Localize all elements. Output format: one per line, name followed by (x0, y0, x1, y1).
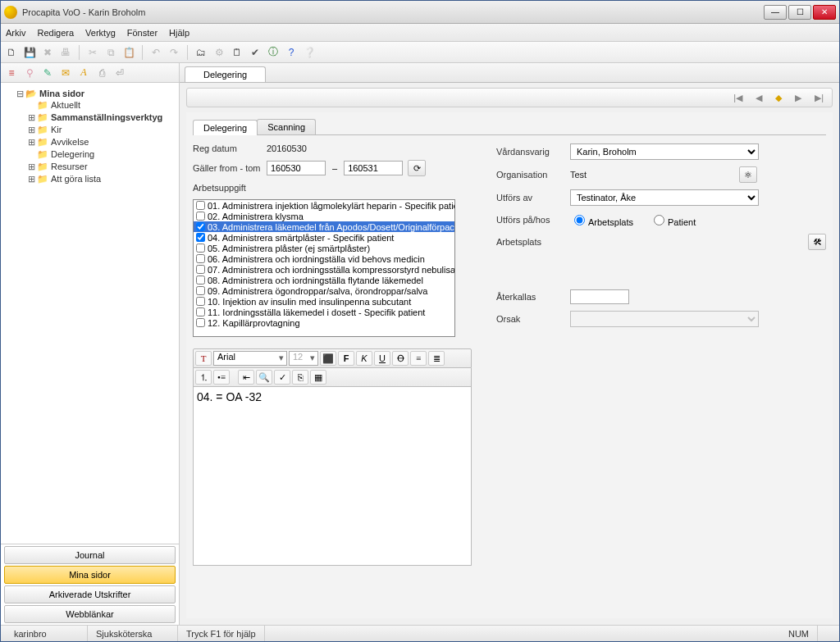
nav-tree[interactable]: ⊟Mina sidor Aktuellt⊞Sammanställningsver… (1, 83, 179, 544)
sb-icon-7[interactable]: ⏎ (112, 66, 127, 80)
redo-icon[interactable]: ↷ (167, 45, 181, 60)
task-item[interactable]: 05. Administrera plåster (ej smärtplåste… (194, 243, 454, 253)
tool-icon-4[interactable]: ✔ (248, 45, 262, 60)
tab-scanning[interactable]: Scanning (257, 119, 316, 134)
arbetsplats-radio[interactable] (574, 215, 585, 225)
underline-icon[interactable]: U (374, 351, 390, 366)
sb-icon-3[interactable]: ✎ (40, 66, 55, 80)
task-item[interactable]: 01. Administrera injektion lågmolekylärt… (194, 200, 454, 211)
find-icon[interactable]: 🔍 (256, 370, 272, 385)
galler-to-input[interactable] (344, 161, 403, 175)
tree-item[interactable]: Att göra lista (51, 174, 101, 184)
tree-item[interactable]: Delegering (51, 149, 94, 159)
strike-icon[interactable]: Ꝋ (392, 351, 409, 366)
tool-icon-2[interactable]: ⚙ (212, 45, 226, 60)
nav-webblankar[interactable]: Webblänkar (4, 605, 176, 623)
print-icon[interactable]: 🖶 (58, 45, 73, 60)
menu-hjalp[interactable]: Hjälp (169, 28, 189, 38)
list-num-icon[interactable]: ⒈ (195, 370, 212, 385)
prev-icon[interactable]: ◀ (756, 93, 762, 103)
tree-root[interactable]: Mina sidor (39, 89, 84, 98)
date-picker-icon[interactable]: ⟳ (408, 160, 426, 176)
tree-item[interactable]: Sammanställningsverktyg (51, 112, 162, 122)
org-picker-icon[interactable]: ⚛ (739, 166, 757, 183)
list-bullet-icon[interactable]: •≡ (213, 370, 230, 385)
align-center-icon[interactable]: ≣ (428, 351, 445, 366)
tree-item[interactable]: Kir (51, 125, 62, 134)
save-icon[interactable]: 💾 (22, 45, 37, 60)
tree-item[interactable]: Avvikelse (51, 137, 89, 147)
task-item[interactable]: 02. Administrera klysma (194, 211, 454, 221)
task-item[interactable]: 09. Administrera ögondroppar/salva, öron… (194, 285, 454, 296)
font-select[interactable]: Arial (213, 351, 287, 366)
task-checkbox[interactable] (196, 318, 205, 327)
help-icon[interactable]: ? (284, 45, 299, 60)
task-item[interactable]: 04. Administrera smärtplåster - Specifik… (194, 232, 454, 243)
task-item[interactable]: 12. Kapillärprovtagning (194, 317, 454, 328)
first-icon[interactable]: |◀ (733, 93, 742, 103)
sb-icon-5[interactable]: A (76, 66, 91, 80)
bold-icon[interactable]: F (338, 351, 354, 366)
minimize-button[interactable]: — (764, 5, 787, 20)
doc-tab-delegering[interactable]: Delegering (185, 66, 266, 82)
arbetsplats-radio-label[interactable]: Arbetsplats (570, 212, 633, 227)
task-checkbox[interactable] (196, 286, 205, 295)
utfors-av-select[interactable]: Testinator, Åke (570, 189, 759, 206)
insert-icon[interactable]: ⎘ (292, 370, 308, 385)
fontsize-select[interactable]: 12 (289, 351, 318, 366)
maximize-button[interactable]: ☐ (788, 5, 811, 20)
fontcolor-icon[interactable]: ⬛ (320, 351, 336, 366)
tab-delegering[interactable]: Delegering (193, 120, 258, 135)
copy-icon[interactable]: ⧉ (103, 45, 118, 60)
tree-item[interactable]: Aktuellt (51, 100, 80, 110)
menu-verktyg[interactable]: Verktyg (85, 28, 116, 38)
tree-item[interactable]: Resurser (51, 162, 88, 171)
sb-icon-4[interactable]: ✉ (58, 66, 73, 80)
rte-editor[interactable]: 04. = OA -32 (193, 387, 472, 566)
align-left-icon[interactable]: ≡ (410, 351, 427, 366)
sb-icon-6[interactable]: ⎙ (94, 66, 109, 80)
patient-radio-label[interactable]: Patient (650, 212, 696, 227)
task-checkbox[interactable] (196, 233, 205, 242)
paste-icon[interactable]: 📋 (121, 45, 136, 60)
vardansvarig-select[interactable]: Karin, Broholm (570, 143, 759, 160)
galler-from-input[interactable] (267, 161, 326, 175)
task-checkbox[interactable] (196, 297, 205, 306)
font-icon[interactable]: T (195, 351, 212, 366)
menu-arkiv[interactable]: Arkiv (6, 28, 25, 38)
task-checkbox[interactable] (196, 275, 205, 285)
aterkallas-input[interactable] (570, 289, 629, 304)
nav-journal[interactable]: Journal (4, 546, 176, 564)
tool-icon-3[interactable]: 🗒 (230, 45, 244, 60)
new-icon[interactable]: 🗋 (4, 45, 19, 60)
arbetsplats-picker-icon[interactable]: 🛠 (808, 234, 826, 250)
task-item[interactable]: 06. Administrera och iordningställa vid … (194, 253, 454, 264)
next-icon[interactable]: ▶ (795, 93, 801, 103)
task-checkbox[interactable] (196, 254, 205, 263)
sb-icon-2[interactable]: ⚲ (22, 66, 37, 80)
task-item[interactable]: 10. Injektion av insulin med insulinpenn… (194, 296, 454, 307)
nav-mina-sidor[interactable]: Mina sidor (4, 566, 176, 584)
task-item[interactable]: 11. Iordningsställa läkemedel i dosett -… (194, 307, 454, 317)
menu-fonster[interactable]: Fönster (127, 28, 158, 38)
spellcheck-icon[interactable]: ✓ (274, 370, 290, 385)
patient-radio[interactable] (654, 215, 664, 225)
task-checkbox[interactable] (196, 307, 205, 316)
nav-arkiverade[interactable]: Arkiverade Utskrifter (4, 585, 176, 603)
task-item[interactable]: 03. Administrera läkemedel från Apodos/D… (194, 221, 454, 232)
info-icon[interactable]: ⓘ (266, 45, 281, 60)
task-listbox[interactable]: 01. Administrera injektion lågmolekylärt… (193, 199, 455, 337)
delete-icon[interactable]: ✖ (40, 45, 55, 60)
menu-redigera[interactable]: Redigera (37, 28, 74, 38)
last-icon[interactable]: ▶| (815, 93, 824, 103)
task-checkbox[interactable] (196, 265, 205, 274)
italic-icon[interactable]: K (356, 351, 372, 366)
task-item[interactable]: 08. Administrera och iordningställa flyt… (194, 275, 454, 285)
about-icon[interactable]: ❔ (302, 45, 317, 60)
task-item[interactable]: 07. Administrera och iordningsställa kom… (194, 264, 454, 275)
undo-icon[interactable]: ↶ (148, 45, 163, 60)
sb-icon-1[interactable]: ≡ (4, 66, 19, 80)
table-icon[interactable]: ▦ (310, 370, 326, 385)
task-checkbox[interactable] (196, 201, 205, 210)
tool-icon-1[interactable]: 🗂 (194, 45, 208, 60)
